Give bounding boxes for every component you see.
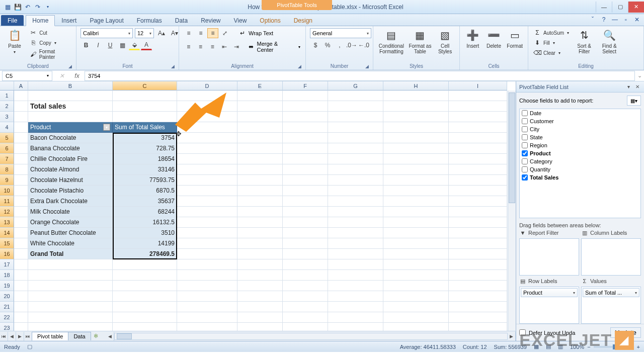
cell[interactable]: [383, 270, 449, 281]
field-total-sales[interactable]: Total Sales: [520, 173, 640, 182]
tab-page-layout[interactable]: Page Layout: [83, 15, 130, 26]
decrease-font-icon[interactable]: A▾: [169, 28, 180, 38]
cell[interactable]: [14, 259, 28, 270]
clear-button[interactable]: ⌫Clear▾: [532, 48, 570, 57]
cell[interactable]: [383, 175, 449, 186]
cell[interactable]: [237, 207, 283, 217]
cell[interactable]: [237, 90, 283, 101]
cell[interactable]: [237, 302, 283, 312]
cell[interactable]: [283, 133, 328, 143]
cell[interactable]: [283, 101, 328, 112]
underline-button[interactable]: U: [105, 40, 116, 50]
cell[interactable]: [283, 196, 328, 207]
cell[interactable]: [237, 186, 283, 196]
font-dialog-launcher[interactable]: ◢: [171, 64, 175, 69]
cell[interactable]: [28, 259, 113, 270]
field-checkbox[interactable]: [522, 110, 528, 116]
cell[interactable]: [383, 101, 449, 112]
tab-options[interactable]: Options: [253, 15, 287, 26]
cell[interactable]: [237, 217, 283, 228]
field-checkbox[interactable]: [522, 134, 528, 140]
horizontal-scrollbar-thumb[interactable]: [117, 333, 132, 339]
align-right-button[interactable]: ≡: [207, 42, 218, 52]
row-header-4[interactable]: 4: [0, 122, 14, 133]
cell[interactable]: [328, 207, 383, 217]
cell[interactable]: [14, 112, 28, 122]
hscroll-left[interactable]: ◀: [106, 332, 114, 341]
view-normal-icon[interactable]: ▦: [534, 343, 539, 350]
cell[interactable]: [283, 122, 328, 133]
cell[interactable]: [449, 154, 507, 164]
cell[interactable]: [113, 281, 177, 291]
cell[interactable]: [113, 323, 177, 331]
field-quantity[interactable]: Quantity: [520, 165, 640, 173]
cell[interactable]: [449, 164, 507, 175]
cell[interactable]: [177, 90, 237, 101]
cell[interactable]: White Chocolate: [28, 238, 113, 249]
zoom-slider[interactable]: [594, 346, 634, 348]
cell[interactable]: [14, 90, 28, 101]
cell[interactable]: [328, 302, 383, 312]
vertical-scrollbar-thumb[interactable]: [509, 93, 515, 203]
cell[interactable]: [283, 238, 328, 249]
decrease-decimal-button[interactable]: ←.0: [358, 40, 369, 50]
cell[interactable]: 728.75: [113, 143, 177, 154]
cell[interactable]: [177, 122, 237, 133]
cell[interactable]: [177, 175, 237, 186]
hscroll-right[interactable]: ▶: [508, 332, 516, 341]
cell[interactable]: [14, 217, 28, 228]
cell[interactable]: [449, 133, 507, 143]
cell[interactable]: [237, 112, 283, 122]
number-dialog-launcher[interactable]: ◢: [365, 64, 369, 69]
cell[interactable]: [237, 143, 283, 154]
cell[interactable]: [177, 112, 237, 122]
cancel-formula-icon[interactable]: ✕: [54, 72, 69, 79]
cell[interactable]: [237, 228, 283, 238]
cell[interactable]: [449, 122, 507, 133]
cell[interactable]: 3510: [113, 228, 177, 238]
cell[interactable]: [383, 133, 449, 143]
cell[interactable]: Milk Chocolate: [28, 207, 113, 217]
cell[interactable]: [28, 302, 113, 312]
cell[interactable]: [383, 207, 449, 217]
cell[interactable]: [283, 143, 328, 154]
accounting-format-button[interactable]: $: [310, 40, 321, 50]
field-list-close-icon[interactable]: ✕: [634, 83, 641, 90]
cell[interactable]: [283, 312, 328, 323]
cell[interactable]: [14, 143, 28, 154]
cell[interactable]: [28, 270, 113, 281]
cell[interactable]: [328, 133, 383, 143]
cell[interactable]: 35637: [113, 196, 177, 207]
cell[interactable]: [283, 112, 328, 122]
align-middle-button[interactable]: ≡: [195, 28, 206, 38]
cell[interactable]: Chocolate Pistachio: [28, 186, 113, 196]
fill-button[interactable]: ⬇Fill▾: [532, 38, 570, 47]
cell[interactable]: [383, 186, 449, 196]
cell[interactable]: [14, 154, 28, 164]
new-sheet-button[interactable]: ✻: [91, 333, 101, 339]
cell[interactable]: [383, 312, 449, 323]
cell[interactable]: [28, 312, 113, 323]
cell[interactable]: [383, 143, 449, 154]
cell[interactable]: [177, 291, 237, 302]
wrap-text-button[interactable]: ↵Wrap Text: [237, 29, 274, 38]
cell[interactable]: [383, 249, 449, 259]
report-filter-area[interactable]: [519, 238, 579, 276]
italic-button[interactable]: I: [93, 40, 104, 50]
cell[interactable]: [449, 186, 507, 196]
autosum-button[interactable]: ΣAutoSum▾: [532, 28, 570, 37]
find-select-button[interactable]: 🔍Find & Select: [598, 28, 620, 54]
cell[interactable]: [237, 281, 283, 291]
cell[interactable]: [283, 154, 328, 164]
column-header-E[interactable]: E: [237, 81, 283, 90]
column-header-D[interactable]: D: [177, 81, 237, 90]
format-cells-button[interactable]: ▭Format: [506, 28, 524, 49]
cell[interactable]: [328, 238, 383, 249]
field-category[interactable]: Category: [520, 157, 640, 165]
cell[interactable]: [328, 259, 383, 270]
sheet-tab-active[interactable]: Pivot table: [32, 332, 68, 340]
field-customer[interactable]: Customer: [520, 117, 640, 125]
row-header-7[interactable]: 7: [0, 154, 14, 164]
cell[interactable]: [237, 312, 283, 323]
field-checkbox[interactable]: [522, 126, 528, 132]
